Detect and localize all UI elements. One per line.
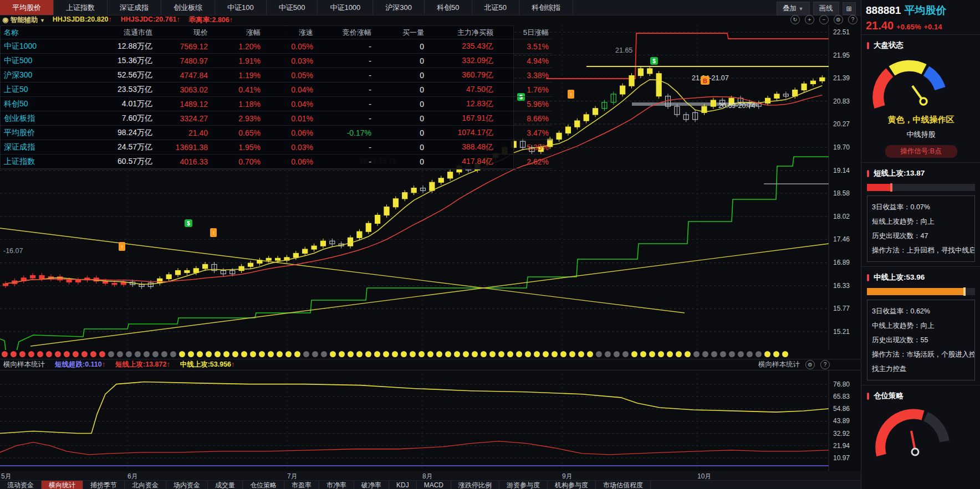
panel-stats: 短线超跌:0.110↑短线上攻:13.872↑中线上攻:53.956↑ [55, 360, 234, 369]
tab-破净率[interactable]: 破净率 [354, 481, 389, 489]
tab-MACD[interactable]: MACD [417, 481, 451, 489]
sample-dot [738, 351, 744, 357]
cell: - [317, 97, 375, 111]
col-header[interactable]: 涨幅 [211, 26, 264, 39]
tab-沪深300[interactable]: 沪深300 [373, 0, 425, 15]
grid-layout-icon[interactable]: ⊞ [843, 2, 856, 15]
tab-深证成指[interactable]: 深证成指 [108, 0, 161, 15]
tab-游资参与度[interactable]: 游资参与度 [499, 481, 548, 489]
tab-中证500[interactable]: 中证500 [267, 0, 318, 15]
sample-dot [117, 351, 123, 357]
cell: - [317, 83, 375, 97]
cell: 12.83亿 [427, 97, 497, 111]
tab-上证指数[interactable]: 上证指数 [54, 0, 108, 15]
help-icon[interactable]: ? [848, 15, 858, 24]
tab-机构参与度[interactable]: 机构参与度 [548, 481, 596, 489]
zoom-out-icon[interactable]: − [819, 15, 829, 24]
sample-dot [498, 351, 504, 357]
tab-KDJ[interactable]: KDJ [389, 481, 417, 489]
tab-成交量[interactable]: 成交量 [208, 481, 243, 489]
sample-dot [693, 351, 700, 357]
draw-line-button[interactable]: 画线 [813, 2, 839, 16]
cell: 5.96% [497, 97, 552, 111]
svg-text:-16.07: -16.07 [3, 247, 23, 255]
table-row[interactable]: 中证50015.36万亿7480.971.91%0.03%-0332.09亿4.… [1, 54, 552, 68]
sample-dot [516, 351, 522, 357]
mid-attack-info: 3日收益率：0.62%中线上攻趋势：向上历史出现次数：55操作方法：市场活跃，个… [867, 300, 975, 380]
sample-dot [472, 351, 478, 357]
sample-dot [321, 351, 327, 357]
table-row[interactable]: 上证指数60.57万亿4016.330.70%0.06%-0417.84亿2.6… [1, 155, 552, 169]
tab-市盈率[interactable]: 市盈率 [284, 481, 319, 489]
sample-dot [277, 351, 283, 357]
tab-北向资金[interactable]: 北向资金 [125, 481, 166, 489]
tab-流动资金[interactable]: 流动资金 [0, 481, 42, 489]
refresh-icon[interactable]: ↻ [790, 15, 800, 24]
sample-dot [108, 351, 114, 357]
cell: 上证指数 [1, 155, 84, 169]
col-header[interactable]: 主力净买额 [427, 26, 497, 39]
col-header[interactable]: 5日涨幅 [497, 26, 552, 39]
gear-icon[interactable]: ⚙ [805, 360, 815, 369]
tab-场内资金[interactable]: 场内资金 [166, 481, 208, 489]
sample-dot [401, 351, 407, 357]
cell: 7569.12 [156, 39, 211, 54]
col-header[interactable]: 名称 [1, 26, 84, 39]
sample-dot [348, 351, 354, 357]
svg-text:↑: ↑ [570, 91, 573, 97]
tab-科创综指[interactable]: 科创综指 [519, 0, 573, 15]
gear-icon[interactable]: ⚙ [834, 15, 843, 24]
panel-label-row: 横向样本统计 短线超跌:0.110↑短线上攻:13.872↑中线上攻:53.95… [0, 359, 864, 370]
sample-dot [543, 351, 549, 357]
tab-市净率[interactable]: 市净率 [319, 481, 354, 489]
sample-dot [170, 351, 176, 357]
tab-捕捞季节[interactable]: 捕捞季节 [83, 481, 125, 489]
date-axis: 5月6月7月8月9月10月 [0, 471, 861, 480]
indicator-values: HHJSJDB:20.820↑HHJSJDC:20.761↑乖离率:2.806↑ [53, 16, 233, 25]
table-row[interactable]: 上证5023.53万亿3063.020.41%0.04%-047.50亿1.76… [1, 83, 552, 97]
cell: 12.88万亿 [84, 39, 156, 54]
table-row[interactable]: 创业板指7.60万亿3324.272.93%0.01%-0167.91亿8.66… [1, 111, 552, 126]
table-row[interactable]: 沪深30052.56万亿4747.841.19%0.05%-0360.79亿3.… [1, 68, 552, 83]
col-header[interactable]: 买一量 [375, 26, 427, 39]
svg-text:21.95: 21.95 [833, 52, 850, 59]
col-header[interactable]: 涨速 [264, 26, 317, 39]
tab-中证100[interactable]: 中证100 [215, 0, 267, 15]
cell: - [317, 54, 375, 68]
table-row[interactable]: 平均股价98.24万亿21.400.65%0.06%-0.17%01074.17… [1, 126, 552, 140]
col-header[interactable]: 竞价涨幅 [317, 26, 375, 39]
tab-涨跌停比例[interactable]: 涨跌停比例 [451, 481, 499, 489]
sample-dot [356, 351, 363, 357]
cell: 4747.84 [156, 68, 211, 83]
tab-平均股价[interactable]: 平均股价 [0, 0, 54, 15]
cell: 0 [375, 68, 427, 83]
tab-横向统计[interactable]: 横向统计 [42, 481, 83, 489]
cell: 0.06% [264, 155, 317, 169]
table-row[interactable]: 科创504.01万亿1489.121.18%0.04%-012.83亿5.96% [1, 97, 552, 111]
tab-市场估值程度[interactable]: 市场估值程度 [596, 481, 651, 489]
tab-北证50[interactable]: 北证50 [472, 0, 519, 15]
tab-创业板综[interactable]: 创业板综 [161, 0, 215, 15]
help-icon[interactable]: ? [820, 360, 830, 369]
cell: - [317, 155, 375, 169]
market-state-text: 黄色，中线操作区 [861, 115, 980, 125]
sample-dot [339, 351, 345, 357]
chevron-down-icon: ▼ [799, 6, 804, 12]
sample-dot [55, 351, 61, 357]
tab-科创50[interactable]: 科创50 [425, 0, 472, 15]
tab-中证1000[interactable]: 中证1000 [318, 0, 373, 15]
col-header[interactable]: 现价 [156, 26, 211, 39]
sample-dot [676, 351, 682, 357]
overlay-button[interactable]: 叠加 ▼ [777, 2, 809, 16]
sample-dot [206, 351, 212, 357]
table-row[interactable]: 中证100012.88万亿7569.121.20%0.05%-0235.43亿3… [1, 39, 552, 54]
tab-仓位策略[interactable]: 仓位策略 [243, 481, 284, 489]
cell: 0.03% [264, 54, 317, 68]
sample-dot [764, 351, 770, 357]
sample-dot [640, 351, 646, 357]
col-header[interactable]: 流通市值 [84, 26, 156, 39]
table-row[interactable]: 深证成指24.57万亿13691.381.95%0.03%-0388.48亿5.… [1, 140, 552, 155]
indicator-panel-chart[interactable]: 76.8065.8354.8643.8932.9221.9410.97 [0, 369, 861, 471]
zoom-in-icon[interactable]: + [805, 15, 814, 24]
smart-assistant-dropdown[interactable]: ◉ 智能辅助 ▼ [2, 16, 45, 25]
